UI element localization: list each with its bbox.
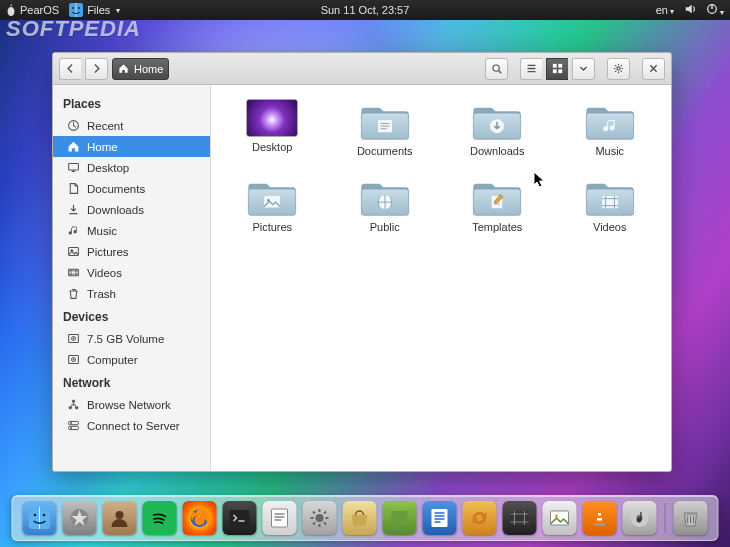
sidebar-item-trash[interactable]: Trash <box>53 283 210 304</box>
search-icon <box>491 63 502 74</box>
folder-label: Videos <box>593 221 626 233</box>
gear-icon <box>613 63 624 74</box>
path-label: Home <box>134 63 163 75</box>
window-menu-button[interactable] <box>607 58 630 80</box>
mouse-cursor <box>534 172 546 190</box>
top-menubar: PearOS Files ▾ Sun 11 Oct, 23:57 en▾ ▾ <box>0 0 730 20</box>
sidebar-item-home[interactable]: Home <box>53 136 210 157</box>
folder-public[interactable]: Public <box>334 175 437 233</box>
dock-app-store[interactable] <box>343 501 377 535</box>
sidebar-item-label: Downloads <box>87 204 144 216</box>
dock-app-settings[interactable] <box>303 501 337 535</box>
sidebar-item-music[interactable]: Music <box>53 220 210 241</box>
search-button[interactable] <box>485 58 508 80</box>
document-icon <box>67 182 80 195</box>
dock-app-text-editor[interactable] <box>263 501 297 535</box>
network-icon <box>67 398 80 411</box>
sidebar-item-desktop[interactable]: Desktop <box>53 157 210 178</box>
nav-forward-button[interactable] <box>85 58 108 80</box>
home-icon <box>118 63 129 74</box>
folder-downloads[interactable]: Downloads <box>446 99 549 157</box>
folder-pictures[interactable]: Pictures <box>221 175 324 233</box>
dock-app-firefox[interactable] <box>183 501 217 535</box>
power-menu[interactable]: ▾ <box>706 3 724 17</box>
dock-app-launchpad[interactable] <box>63 501 97 535</box>
sidebar-item-label: Documents <box>87 183 145 195</box>
sidebar-item-label: Computer <box>87 354 138 366</box>
svg-point-41 <box>316 514 324 522</box>
folder-icon <box>471 99 523 141</box>
sidebar-item-label: Music <box>87 225 117 237</box>
sidebar-item-documents[interactable]: Documents <box>53 178 210 199</box>
folder-label: Public <box>370 221 400 233</box>
sidebar-item-browse-network[interactable]: Browse Network <box>53 394 210 415</box>
folder-videos[interactable]: Videos <box>559 175 662 233</box>
close-icon <box>648 63 659 74</box>
folder-icon <box>359 175 411 217</box>
sidebar-item-videos[interactable]: Videos <box>53 262 210 283</box>
desktop-icon <box>67 161 80 174</box>
os-menu[interactable]: PearOS <box>6 4 59 16</box>
folder-icon <box>246 175 298 217</box>
window-toolbar: Home <box>53 53 671 85</box>
svg-point-25 <box>78 7 80 9</box>
sidebar-item-connect-to-server[interactable]: Connect to Server <box>53 415 210 436</box>
folder-label: Documents <box>357 145 413 157</box>
sidebar-section-title: Network <box>53 370 210 394</box>
svg-rect-31 <box>602 196 618 208</box>
dock-app-finder[interactable] <box>23 501 57 535</box>
dock-app-terminal[interactable] <box>223 501 257 535</box>
folder-documents[interactable]: Documents <box>334 99 437 157</box>
server-icon <box>67 419 80 432</box>
folder-music[interactable]: Music <box>559 99 662 157</box>
dock-app-contacts[interactable] <box>103 501 137 535</box>
sidebar-item-label: Connect to Server <box>87 420 180 432</box>
list-icon <box>526 63 537 74</box>
dock-app-updater[interactable] <box>463 501 497 535</box>
dock-app-spotify[interactable] <box>143 501 177 535</box>
close-button[interactable] <box>642 58 665 80</box>
folder-label: Pictures <box>252 221 292 233</box>
pictures-icon <box>67 245 80 258</box>
nav-back-button[interactable] <box>59 58 81 80</box>
view-list-button[interactable] <box>520 58 542 80</box>
sidebar-item-downloads[interactable]: Downloads <box>53 199 210 220</box>
sidebar: PlacesRecentHomeDesktopDocumentsDownload… <box>53 85 211 471</box>
view-grid-button[interactable] <box>546 58 568 80</box>
trash-icon <box>67 287 80 300</box>
path-home-button[interactable]: Home <box>112 58 169 80</box>
dock-app-trash-dock[interactable] <box>674 501 708 535</box>
language-indicator[interactable]: en▾ <box>656 4 674 16</box>
folder-desktop[interactable]: Desktop <box>221 99 324 157</box>
svg-rect-46 <box>598 513 601 516</box>
files-menu[interactable]: Files ▾ <box>69 3 120 17</box>
dock-app-movie[interactable] <box>503 501 537 535</box>
sidebar-item-recent[interactable]: Recent <box>53 115 210 136</box>
sidebar-item-label: Videos <box>87 267 122 279</box>
svg-point-33 <box>34 514 37 517</box>
dock-app-music-player[interactable] <box>623 501 657 535</box>
grid-icon <box>552 63 563 74</box>
sidebar-item-label: Browse Network <box>87 399 171 411</box>
dock-app-writer[interactable] <box>423 501 457 535</box>
chevron-down-icon: ▾ <box>116 6 120 15</box>
home-icon <box>67 140 80 153</box>
sidebar-item-pictures[interactable]: Pictures <box>53 241 210 262</box>
folder-label: Music <box>595 145 624 157</box>
svg-rect-48 <box>594 523 606 526</box>
svg-rect-39 <box>230 510 250 526</box>
dock-app-vlc[interactable] <box>583 501 617 535</box>
sound-indicator[interactable] <box>684 3 696 17</box>
svg-rect-51 <box>684 512 698 515</box>
disk-icon <box>67 332 80 345</box>
clock[interactable]: Sun 11 Oct, 23:57 <box>321 4 410 16</box>
sidebar-section-title: Devices <box>53 304 210 328</box>
view-options-button[interactable] <box>572 58 595 80</box>
content-area[interactable]: DesktopDocumentsDownloadsMusicPicturesPu… <box>211 85 671 471</box>
dock-app-photos-app[interactable] <box>543 501 577 535</box>
chevron-down-icon <box>578 63 589 74</box>
svg-point-24 <box>72 7 74 9</box>
dock-app-chat[interactable] <box>383 501 417 535</box>
sidebar-item-computer[interactable]: Computer <box>53 349 210 370</box>
sidebar-item-7-5-gb-volume[interactable]: 7.5 GB Volume <box>53 328 210 349</box>
